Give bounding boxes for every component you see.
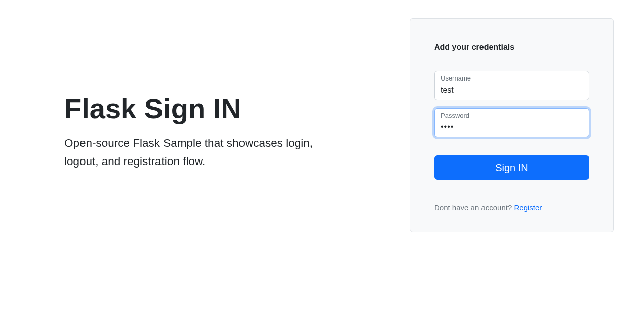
password-input[interactable]: •••• (434, 108, 589, 137)
divider (434, 192, 589, 192)
username-input[interactable] (434, 71, 589, 100)
password-group: •••• Password (434, 108, 589, 137)
card-heading: Add your credentials (434, 43, 589, 52)
register-link[interactable]: Register (514, 203, 542, 212)
password-masked-value: •••• (441, 122, 454, 132)
signin-card: Add your credentials Username •••• Passw… (410, 18, 614, 232)
page-subtitle: Open-source Flask Sample that showcases … (64, 134, 326, 171)
username-group: Username (434, 71, 589, 100)
signin-button[interactable]: Sign IN (434, 155, 589, 180)
footer-text: Dont have an account? (434, 203, 514, 212)
page-title: Flask Sign IN (64, 92, 379, 125)
text-caret (454, 122, 454, 131)
footer-text-container: Dont have an account? Register (434, 203, 589, 212)
